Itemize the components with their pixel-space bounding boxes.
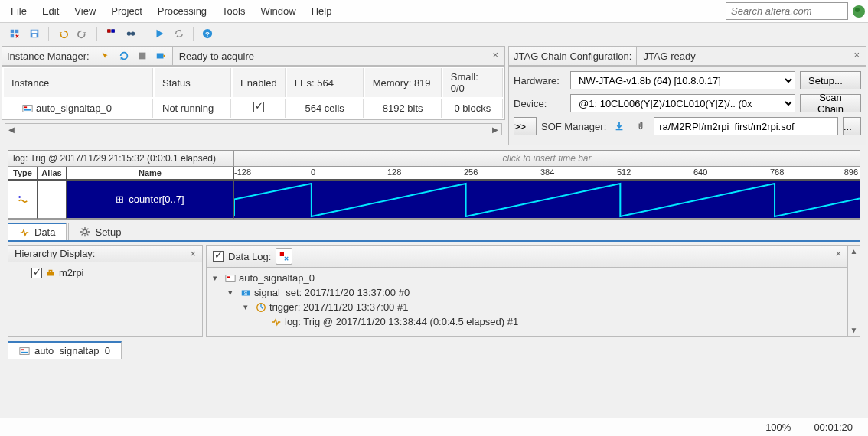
menu-edit[interactable]: Edit <box>34 2 67 21</box>
hardware-select[interactable]: NW-JTAG-v1.8b (64) [10.8.0.17] <box>570 71 795 89</box>
search-input[interactable] <box>726 2 848 20</box>
elapsed-time: 00:01:20 <box>814 421 853 433</box>
globe-icon[interactable] <box>853 5 865 18</box>
col-instance[interactable]: Instance <box>4 68 153 97</box>
datalog-checkbox[interactable] <box>213 251 224 262</box>
close-icon[interactable]: × <box>489 49 501 60</box>
menu-bar: File Edit View Project Processing Tools … <box>0 0 868 23</box>
menu-file[interactable]: File <box>3 2 34 21</box>
close-icon[interactable]: × <box>850 49 863 60</box>
menu-tools[interactable]: Tools <box>214 2 253 21</box>
menu-view[interactable]: View <box>67 2 103 21</box>
recycle-icon[interactable] <box>171 25 188 42</box>
waveform-canvas[interactable] <box>234 181 860 219</box>
tree-item[interactable]: ▾trigger: 2017/11/20 13:37:00 #1 <box>213 300 841 314</box>
col-small[interactable]: Small: 0/0 <box>443 68 503 97</box>
bottom-tab[interactable]: auto_signaltap_0 <box>8 341 122 359</box>
horiz-scrollbar[interactable]: ◄ ► <box>5 123 502 135</box>
im-stop-icon[interactable] <box>134 47 151 64</box>
svg-rect-24 <box>227 276 230 278</box>
tree-item[interactable]: log: Trig @ 2017/11/20 13:38:44 (0:0:4.5… <box>213 314 841 329</box>
enabled-checkbox[interactable] <box>253 102 264 112</box>
instance-status-cell: Not running <box>155 99 231 118</box>
table-row[interactable]: auto_signaltap_0 Not running 564 cells 8… <box>4 99 503 118</box>
status-bar: 100% 00:01:20 <box>0 418 868 436</box>
attach-icon[interactable] <box>632 118 649 135</box>
hardware-label: Hardware: <box>514 75 566 86</box>
scroll-right-icon[interactable]: ► <box>489 124 501 135</box>
svg-text:S: S <box>244 290 248 295</box>
download-icon[interactable] <box>611 118 628 135</box>
tick: 512 <box>617 168 631 177</box>
tick: 0 <box>311 168 315 177</box>
tree-item[interactable]: ▾Ssignal_set: 2017/11/20 13:37:00 #0 <box>213 285 841 300</box>
redo-icon[interactable] <box>74 25 91 42</box>
instance-table: Instance Status Enabled LEs: 564 Memory:… <box>2 66 505 120</box>
tick: 896 <box>844 168 858 177</box>
col-enabled[interactable]: Enabled <box>233 68 286 97</box>
hierarchy-item[interactable]: m2rpi <box>15 265 196 280</box>
setup-button[interactable]: Setup... <box>800 71 861 89</box>
svg-rect-15 <box>23 106 32 112</box>
scroll-down-icon[interactable]: ▼ <box>850 326 858 334</box>
sof-path-input[interactable] <box>654 117 838 135</box>
timebar-hint[interactable]: click to insert time bar <box>234 151 860 166</box>
svg-rect-1 <box>15 29 18 32</box>
col-status[interactable]: Status <box>155 68 231 97</box>
browse-button[interactable]: ... <box>843 117 861 135</box>
close-icon[interactable]: × <box>832 248 844 259</box>
col-memory[interactable]: Memory: 819 <box>365 68 442 97</box>
menu-project[interactable]: Project <box>103 2 149 21</box>
im-refresh-icon[interactable] <box>116 47 132 64</box>
help-icon[interactable]: ? <box>199 25 216 42</box>
save-icon[interactable] <box>26 25 43 42</box>
analyze-icon[interactable] <box>6 25 23 42</box>
svg-rect-21 <box>47 272 54 275</box>
signal-type-icon[interactable] <box>8 181 38 219</box>
scanchain-button[interactable]: Scan Chain <box>800 94 861 112</box>
play-icon[interactable] <box>151 25 168 42</box>
zoom-level: 100% <box>765 421 791 433</box>
flag-icon[interactable] <box>103 25 119 42</box>
tree-item[interactable]: ▾auto_signaltap_0 <box>213 271 841 285</box>
im-read-icon[interactable] <box>152 47 169 64</box>
svg-rect-10 <box>130 33 132 34</box>
tick: -128 <box>234 168 251 177</box>
col-les[interactable]: LEs: 564 <box>287 68 364 97</box>
svg-rect-2 <box>11 34 14 37</box>
binoculars-icon[interactable] <box>122 25 139 42</box>
vert-scrollbar[interactable]: ▲ ▼ <box>847 246 860 336</box>
device-select[interactable]: @1: 10CL006(Y|Z)/10CL010(Y|Z)/.. (0x <box>570 94 795 112</box>
wave-tabs: Data Setup <box>8 223 860 242</box>
menu-window[interactable]: Window <box>253 2 303 21</box>
menu-help[interactable]: Help <box>304 2 340 21</box>
close-icon[interactable]: × <box>187 248 199 259</box>
col-name[interactable]: Name <box>67 167 234 179</box>
col-type[interactable]: Type <box>8 167 38 179</box>
svg-rect-29 <box>21 349 24 350</box>
svg-rect-5 <box>32 34 36 37</box>
svg-rect-23 <box>226 275 235 281</box>
alias-cell[interactable] <box>38 181 67 219</box>
menu-processing[interactable]: Processing <box>150 2 214 21</box>
tab-data[interactable]: Data <box>8 223 67 240</box>
tab-setup[interactable]: Setup <box>68 223 132 240</box>
svg-rect-7 <box>112 29 115 32</box>
scroll-up-icon[interactable]: ▲ <box>850 247 858 255</box>
instance-name: auto_signaltap_0 <box>36 102 112 114</box>
hierarchy-checkbox[interactable] <box>31 268 42 278</box>
scroll-left-icon[interactable]: ◄ <box>5 124 18 135</box>
memory-cell: 8192 bits <box>365 99 442 118</box>
jtag-status: JTAG ready <box>636 47 866 65</box>
svg-rect-0 <box>11 29 14 32</box>
svg-rect-17 <box>24 109 31 111</box>
datalog-tool-icon[interactable] <box>276 248 292 265</box>
im-cursor-icon[interactable] <box>97 47 114 64</box>
waveform-panel: log: Trig @ 2017/11/29 21:15:32 (0:0:0.1… <box>8 150 860 220</box>
col-alias[interactable]: Alias <box>38 167 67 179</box>
time-ruler[interactable]: -128 0 128 256 384 512 640 768 896 <box>234 167 860 181</box>
svg-rect-28 <box>20 347 29 354</box>
expand-button[interactable]: >> <box>514 117 537 135</box>
undo-icon[interactable] <box>54 25 71 42</box>
signal-name-cell[interactable]: ⊞counter[0..7] <box>67 181 234 219</box>
